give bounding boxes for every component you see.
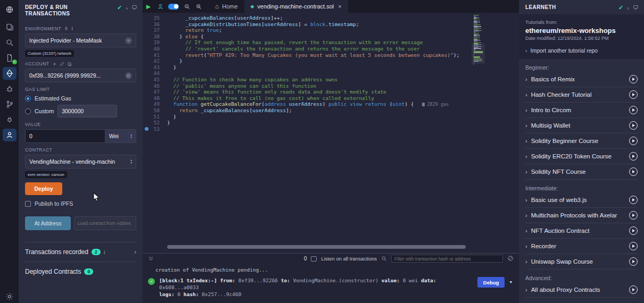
editor-toggle-switch[interactable] xyxy=(168,4,179,10)
plugin-manager-icon[interactable] xyxy=(3,113,16,126)
account-copy-icon[interactable] xyxy=(125,72,132,79)
clear-console-icon[interactable] xyxy=(507,254,514,264)
close-tab-icon[interactable]: × xyxy=(338,3,341,10)
tutorial-item[interactable]: ›Basics of Remix xyxy=(525,72,638,87)
chevron-right-icon: › xyxy=(525,169,527,175)
tutorial-item[interactable]: ›Multichain Protocols with Axelar xyxy=(525,208,638,223)
tutorial-item[interactable]: ›Hash Checker Tutorial xyxy=(525,87,638,103)
play-circle-icon[interactable] xyxy=(629,196,638,204)
learneth-icon[interactable] xyxy=(3,129,16,141)
edit-account-icon[interactable] xyxy=(60,62,64,66)
deployed-contracts-row[interactable]: Deployed Contracts 0 xyxy=(19,262,143,281)
tab-contract-file[interactable]: ◆ vending-machine-contract.sol × xyxy=(244,0,348,13)
tutorial-item[interactable]: ›Basic use of web3.js xyxy=(525,192,638,208)
play-circle-icon[interactable] xyxy=(629,75,638,83)
deploy-run-icon[interactable] xyxy=(3,67,16,80)
popout-panel-icon[interactable] xyxy=(633,4,639,11)
play-circle-icon[interactable] xyxy=(629,90,638,99)
line-number: 51 xyxy=(143,114,167,120)
publish-ipfs-checkbox[interactable] xyxy=(25,201,31,207)
code-line: _cupcakeDistributionTimes[userAddress] =… xyxy=(167,21,519,28)
transaction-result-row[interactable]: ✓ [block:1 txIndex:-] from: 0xf39...9226… xyxy=(143,273,519,298)
zoom-in-icon[interactable] xyxy=(193,1,204,12)
environment-select[interactable]: Injected Provider - MetaMask xyxy=(25,33,136,47)
horizontal-scrollbar[interactable] xyxy=(167,245,466,249)
play-circle-icon[interactable] xyxy=(629,226,638,235)
popout-panel-icon[interactable] xyxy=(131,4,137,11)
terminal-filter-input[interactable] xyxy=(391,255,503,263)
value-unit-select[interactable]: Wei ▴▾ xyxy=(105,129,136,143)
play-circle-icon[interactable] xyxy=(629,242,638,250)
chevron-right-icon[interactable]: › xyxy=(134,248,136,256)
value-input[interactable] xyxy=(25,129,105,143)
account-select[interactable]: 0xf39...92266 (9999.99929... xyxy=(25,69,136,82)
collapse-panel-icon[interactable]: › xyxy=(627,5,629,11)
environment-plug-icon[interactable] xyxy=(64,26,69,31)
environment-settings-icon[interactable] xyxy=(125,37,132,44)
breakpoint-dot[interactable] xyxy=(145,127,148,131)
collapse-panel-icon[interactable]: › xyxy=(126,5,128,11)
plugin-verified-icon: ✓ xyxy=(618,4,623,11)
tutorial-item[interactable]: ›All about Proxy Contracts xyxy=(525,282,638,298)
tutorial-item[interactable]: ›Solidity ERC20 Token Course xyxy=(525,149,638,164)
contract-select[interactable]: VendingMachine - vending-machin ▴▾ xyxy=(25,155,136,169)
play-circle-icon[interactable] xyxy=(629,211,638,220)
gas-limit-label: GAS LIMIT xyxy=(25,87,50,92)
expand-transaction-icon[interactable]: ▾ xyxy=(509,279,513,285)
tutorial-item[interactable]: ›Multisig Wallet xyxy=(525,118,638,133)
chevron-right-icon: › xyxy=(525,76,527,82)
account-label: ACCOUNT xyxy=(25,61,49,66)
info-icon[interactable]: i xyxy=(71,26,73,31)
tutorial-title: All about Proxy Contracts xyxy=(531,287,629,293)
solidity-compiler-icon[interactable]: ✓ xyxy=(3,52,16,64)
play-circle-icon[interactable] xyxy=(629,285,638,294)
git-icon[interactable] xyxy=(3,98,16,111)
tutorial-item[interactable]: ›Uniswap Swap Course xyxy=(525,254,638,270)
debugger-icon[interactable] xyxy=(3,82,16,95)
tutorial-item[interactable]: ›NFT Auction Contract xyxy=(525,223,638,239)
copy-account-icon[interactable] xyxy=(67,62,72,66)
play-circle-icon[interactable] xyxy=(629,152,638,161)
spinner-icon[interactable]: ▴▾ xyxy=(130,133,132,139)
tutorial-item[interactable]: ›Solidity Beginner Course xyxy=(525,133,638,149)
play-circle-icon[interactable] xyxy=(629,106,638,114)
code-line: _cupcakeBalances[userAddress]++; xyxy=(167,15,519,21)
info-icon[interactable]: i xyxy=(104,249,105,255)
line-number: 44 xyxy=(143,70,167,77)
custom-gas-radio[interactable] xyxy=(25,108,31,114)
chevron-right-icon: › xyxy=(525,212,527,218)
settings-icon[interactable] xyxy=(3,290,16,303)
tutorial-item[interactable]: ›Intro to Circom xyxy=(525,103,638,118)
play-circle-icon[interactable] xyxy=(629,167,638,176)
custom-gas-input[interactable] xyxy=(57,105,117,117)
code-line: // This makes it free to call (no gas co… xyxy=(167,95,519,102)
estimated-gas-radio[interactable] xyxy=(25,96,31,102)
play-circle-icon[interactable] xyxy=(629,121,638,130)
tutorial-title: Multisig Wallet xyxy=(531,122,629,129)
expand-terminal-icon[interactable] xyxy=(148,254,154,264)
line-number: 41 xyxy=(143,52,167,58)
file-explorer-icon[interactable] xyxy=(3,21,16,33)
walkthrough-icon[interactable] xyxy=(154,1,166,12)
import-repo-link[interactable]: ›Import another tutorial repo xyxy=(525,47,638,54)
tutorial-item[interactable]: ›Solidity NFT Course xyxy=(525,164,638,180)
play-circle-icon[interactable] xyxy=(629,257,638,266)
add-account-icon[interactable] xyxy=(52,62,57,66)
search-icon[interactable] xyxy=(3,36,16,49)
tutorial-item[interactable]: ›Recorder xyxy=(525,239,638,254)
transactions-recorded-row[interactable]: Transactions recorded 2 i › xyxy=(19,242,143,262)
play-circle-icon[interactable] xyxy=(629,137,638,145)
tab-home[interactable]: ⌂ Home xyxy=(209,0,244,13)
contract-spinner-icon[interactable]: ▴▾ xyxy=(130,159,132,164)
remix-ide-window: ✓ DEPLOY & RUN TRANSACTIONS xyxy=(0,0,644,303)
minimap-viewport[interactable] xyxy=(472,44,485,64)
run-script-icon[interactable]: ▶ xyxy=(143,1,154,12)
at-address-input[interactable] xyxy=(74,216,136,230)
zoom-out-icon[interactable] xyxy=(181,1,193,12)
line-number: 43 xyxy=(143,64,167,71)
at-address-button[interactable]: At Address xyxy=(25,216,71,230)
deploy-button[interactable]: Deploy xyxy=(25,182,62,195)
code-editor[interactable]: 35363738394041424344454647484950515253 _… xyxy=(143,13,519,253)
debug-button[interactable]: Debug xyxy=(477,277,505,288)
listen-transactions-checkbox[interactable] xyxy=(311,256,317,262)
